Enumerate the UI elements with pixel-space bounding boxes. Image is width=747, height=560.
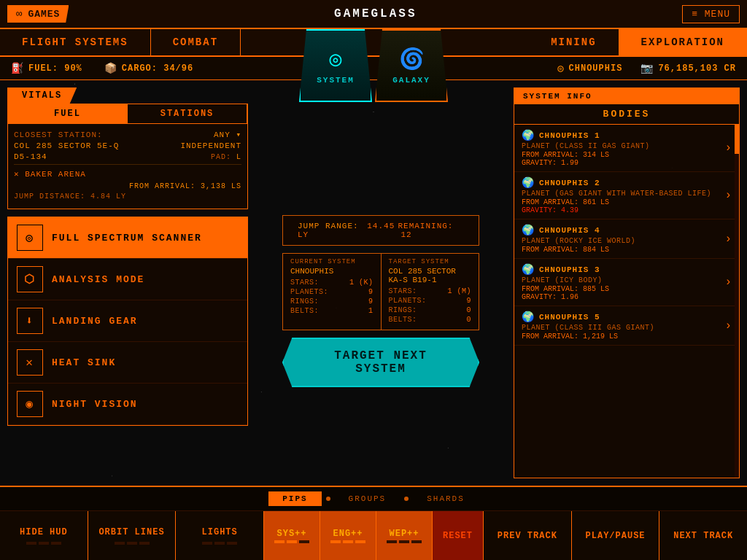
pad-info: PAD: L [211,153,241,161]
pip-seg [343,540,353,543]
target-next-system-button[interactable]: TARGET NEXT SYSTEM [282,338,479,387]
wep-plus-button[interactable]: WEP++ [376,511,433,560]
cargo-label: CARGO: 34/96 [122,63,193,74]
groups-tab[interactable]: GROUPS [335,491,400,506]
fuel-tab[interactable]: FUEL [8,104,128,123]
arrival-value: FROM ARRIVAL: 3,138 LS [129,182,241,190]
reset-button[interactable]: RESET [433,511,484,560]
hide-hud-button[interactable]: HIDE HUD [0,511,88,560]
cargo-icon: 📦 [104,62,117,74]
lights-pips [202,542,237,545]
next-track-label: NEXT TRACK [673,531,733,541]
system-tab[interactable]: ◎ SYSTEM [299,29,372,102]
station-type: INDEPENDENT [180,141,241,150]
bodies-title: BODIES [514,104,739,125]
next-track-button[interactable]: NEXT TRACK [659,511,747,560]
jump-range: JUMP RANGE: 14.45 LY [298,222,398,239]
right-panel: SYSTEM INFO BODIES 🌍 CHNOUPHIS 1 PLANET … [506,80,747,486]
current-stars: STARS: 1 (K) [290,279,374,287]
galaxy-icon: 🌀 [399,47,425,71]
station-sub-row: D5-134 PAD: L [14,152,241,161]
arrival-row: FROM ARRIVAL: 3,138 LS [14,182,241,190]
pip-seg [39,542,49,545]
fuel-label: FUEL: 90% [28,63,82,74]
jump-remaining: REMAINING: 12 [398,222,464,239]
jump-info-box: JUMP RANGE: 14.45 LY REMAINING: 12 [282,215,479,246]
play-pause-button[interactable]: PLAY/PAUSE [572,511,660,560]
station-sub: D5-134 [14,152,47,161]
tool-analysis[interactable]: ⬡ ANALYSIS MODE [8,259,247,300]
pips-tab[interactable]: PIPS [268,491,321,506]
sys-plus-button[interactable]: SYS++ [264,511,320,560]
location-label: CHNOUPHIS [569,63,623,74]
pip-seg [399,540,409,543]
target-stars: STARS: 1 (M) [389,287,472,295]
analysis-icon: ⬡ [17,266,43,292]
pip-seg [274,540,285,543]
scrollbar-thumb[interactable] [735,125,739,154]
target-system-header: TARGET SYSTEM [389,258,472,265]
top-bar: ∞ GAMES GAMEGLASS ≡ MENU [0,0,747,29]
galaxy-tab[interactable]: 🌀 GALAXY [375,29,448,102]
menu-button[interactable]: ≡ MENU [682,5,740,23]
target-rings: RINGS: 0 [389,306,472,314]
system-icon: ◎ [330,47,342,71]
current-system-name: CHNOUPHIS [290,267,374,276]
body-type-3: PLANET (ICY BODY) [522,276,732,284]
body-type-1: PLANET (CLASS II GAS GIANT) [522,142,732,150]
target-planets: PLANETS: 9 [389,297,472,305]
body-item-2[interactable]: 🌍 CHNOUPHIS 2 PLANET (GAS GIANT WITH WAT… [514,172,739,219]
body-name-5: 🌍 CHNOUPHIS 5 [522,311,732,323]
closest-station-value: ANY ▾ [214,130,241,139]
games-button[interactable]: ∞ GAMES [7,5,69,23]
tool-night-vision[interactable]: ◉ NIGHT VISION [8,384,247,425]
system-tab-label: SYSTEM [317,76,355,85]
lights-button[interactable]: LIGHTS [176,511,264,560]
tab-combat[interactable]: COMBAT [151,29,241,55]
body-type-2: PLANET (GAS GIANT WITH WATER-BASED LIFE) [522,190,732,198]
landing-icon: ⬇ [17,308,43,334]
systems-compare: CURRENT SYSTEM CHNOUPHIS STARS: 1 (K) PL… [282,253,479,330]
current-system-header: CURRENT SYSTEM [290,258,374,265]
credits-label: 76,185,103 CR [658,63,736,74]
tab-flight-systems[interactable]: FLIGHT SYSTEMS [0,29,151,55]
body-item-1[interactable]: 🌍 CHNOUPHIS 1 PLANET (CLASS II GAS GIANT… [514,125,739,172]
body-arrival-3: FROM ARRIVAL: 885 LS [522,285,732,293]
center-nav: ◎ SYSTEM 🌀 GALAXY [299,29,448,102]
galaxy-tab-label: GALAXY [392,76,430,85]
tab-mining[interactable]: MINING [529,29,619,55]
current-belts: BELTS: 1 [290,307,374,315]
stations-tab[interactable]: STATIONS [128,104,247,123]
tools-panel: ◎ FULL SPECTRUM SCANNER ⬡ ANALYSIS MODE … [7,217,248,426]
system-info-label: SYSTEM INFO [523,92,592,101]
tab-exploration[interactable]: EXPLORATION [619,29,747,55]
fuel-status: ⛽ FUEL: 90% [11,62,82,74]
pips-bar: PIPS GROUPS SHARDS [0,487,747,511]
shards-tab[interactable]: SHARDS [413,491,479,506]
location-status: ◎ CHNOUPHIS [557,62,622,74]
body-item-3[interactable]: 🌍 CHNOUPHIS 3 PLANET (ICY BODY) FROM ARR… [514,259,739,306]
tool-heat-sink[interactable]: ✕ HEAT SINK [8,342,247,384]
body-item-4[interactable]: 🌍 CHNOUPHIS 4 PLANET (ROCKY ICE WORLD) F… [514,219,739,259]
vitals-tab: VITALS [7,88,77,104]
pip-dot-1 [326,497,330,501]
prev-track-button[interactable]: PREV TRACK [484,511,572,560]
credits-icon: 📷 [640,62,654,74]
bottom-controls: HIDE HUD ORBIT LINES LIGHTS [0,511,747,560]
night-vision-icon: ◉ [17,391,43,417]
eng-plus-button[interactable]: ENG++ [320,511,376,560]
closest-station-label: CLOSEST STATION: [14,131,103,139]
orbit-lines-button[interactable]: ORBIT LINES [88,511,177,560]
system-info-header: SYSTEM INFO [514,88,739,104]
body-chevron-5: › [724,319,732,332]
body-chevron-2: › [724,189,732,202]
tool-landing[interactable]: ⬇ LANDING GEAR [8,300,247,342]
vitals-divider-1 [14,164,241,165]
tool-full-spectrum[interactable]: ◎ FULL SPECTRUM SCANNER [8,217,247,259]
wep-plus-label: WEP++ [390,529,419,539]
body-item-5[interactable]: 🌍 CHNOUPHIS 5 PLANET (CLASS III GAS GIAN… [514,306,739,346]
body-name-3: 🌍 CHNOUPHIS 3 [522,263,732,276]
tool-heat-sink-label: HEAT SINK [52,357,116,368]
full-spectrum-icon: ◎ [17,225,43,251]
sys-plus-label: SYS++ [277,529,307,539]
